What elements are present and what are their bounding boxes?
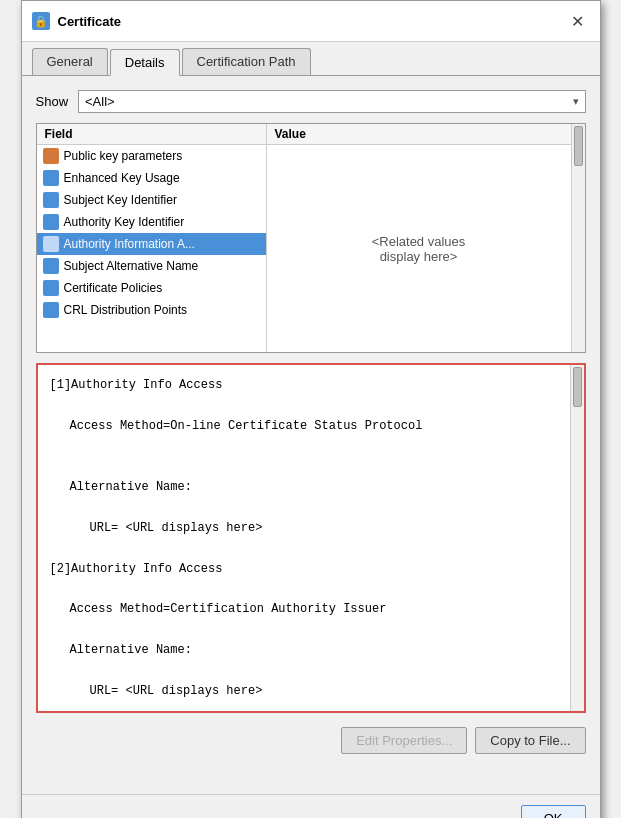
field-value-panel: Field Public key parameters Enhanced Key… <box>36 123 586 353</box>
field-item-subject-alt[interactable]: Subject Alternative Name <box>37 255 266 277</box>
detail-line-6: [2]Authority Info Access <box>50 559 558 579</box>
field-icon-crl <box>43 302 59 318</box>
field-icon-subject-key <box>43 192 59 208</box>
detail-scrollbar-thumb <box>573 367 582 407</box>
field-icon-authority-key <box>43 214 59 230</box>
field-icon-enhanced-key <box>43 170 59 186</box>
detail-line-2: Access Method=On-line Certificate Status… <box>50 416 558 436</box>
spacer <box>36 764 586 784</box>
field-item-subject-key[interactable]: Subject Key Identifier <box>37 189 266 211</box>
field-list-scrollbar[interactable] <box>571 124 585 352</box>
field-header: Field <box>37 124 266 145</box>
dialog-title: Certificate <box>58 14 566 29</box>
detail-line-7: Access Method=Certification Authority Is… <box>50 599 558 619</box>
show-row: Show <All> ▾ <box>36 90 586 113</box>
dialog-icon: 🔒 <box>32 12 50 30</box>
show-label: Show <box>36 94 69 109</box>
value-panel: <Related valuesdisplay here> <box>267 145 571 352</box>
detail-text-content: [1]Authority Info Access Access Method=O… <box>38 365 570 711</box>
field-icon-authority-info <box>43 236 59 252</box>
chevron-down-icon: ▾ <box>573 95 579 108</box>
field-item-authority-info[interactable]: Authority Information A... <box>37 233 266 255</box>
field-label-authority-info: Authority Information A... <box>64 237 195 251</box>
detail-line-8: Alternative Name: <box>50 640 558 660</box>
field-item-crl[interactable]: CRL Distribution Points <box>37 299 266 321</box>
ok-button[interactable]: OK <box>521 805 586 818</box>
field-label-crl: CRL Distribution Points <box>64 303 188 317</box>
field-label-cert-policies: Certificate Policies <box>64 281 163 295</box>
field-label-subject-alt: Subject Alternative Name <box>64 259 199 273</box>
dialog-content: Show <All> ▾ Field Public key parameters… <box>22 76 600 794</box>
close-button[interactable]: ✕ <box>566 9 590 33</box>
field-label-enhanced-key: Enhanced Key Usage <box>64 171 180 185</box>
detail-panel: [1]Authority Info Access Access Method=O… <box>36 363 586 713</box>
value-header: Value <box>267 124 571 145</box>
title-bar: 🔒 Certificate ✕ <box>22 1 600 42</box>
tab-details[interactable]: Details <box>110 49 180 76</box>
bottom-bar: OK <box>22 794 600 818</box>
copy-to-file-button[interactable]: Copy to File... <box>475 727 585 754</box>
field-list: Field Public key parameters Enhanced Key… <box>37 124 267 352</box>
value-placeholder: <Related valuesdisplay here> <box>372 234 466 264</box>
show-select-value: <All> <box>85 94 115 109</box>
field-item-public-key[interactable]: Public key parameters <box>37 145 266 167</box>
field-item-enhanced-key[interactable]: Enhanced Key Usage <box>37 167 266 189</box>
field-label-public-key: Public key parameters <box>64 149 183 163</box>
detail-panel-scrollbar[interactable] <box>570 365 584 711</box>
show-select[interactable]: <All> ▾ <box>78 90 585 113</box>
detail-line-9: URL= <URL displays here> <box>50 681 558 701</box>
field-icon-subject-alt <box>43 258 59 274</box>
scrollbar-thumb <box>574 126 583 166</box>
certificate-dialog: 🔒 Certificate ✕ General Details Certific… <box>21 0 601 818</box>
detail-line-4: Alternative Name: <box>50 477 558 497</box>
tab-general[interactable]: General <box>32 48 108 75</box>
detail-line-1: [1]Authority Info Access <box>50 375 558 395</box>
field-item-authority-key[interactable]: Authority Key Identifier <box>37 211 266 233</box>
tab-certification-path[interactable]: Certification Path <box>182 48 311 75</box>
field-icon-cert-policies <box>43 280 59 296</box>
detail-line-5: URL= <URL displays here> <box>50 518 558 538</box>
action-buttons: Edit Properties... Copy to File... <box>36 727 586 754</box>
field-label-subject-key: Subject Key Identifier <box>64 193 177 207</box>
field-label-authority-key: Authority Key Identifier <box>64 215 185 229</box>
field-item-cert-policies[interactable]: Certificate Policies <box>37 277 266 299</box>
tab-bar: General Details Certification Path <box>22 42 600 76</box>
edit-properties-button[interactable]: Edit Properties... <box>341 727 467 754</box>
field-icon-public-key <box>43 148 59 164</box>
value-column: Value <Related valuesdisplay here> <box>267 124 571 352</box>
